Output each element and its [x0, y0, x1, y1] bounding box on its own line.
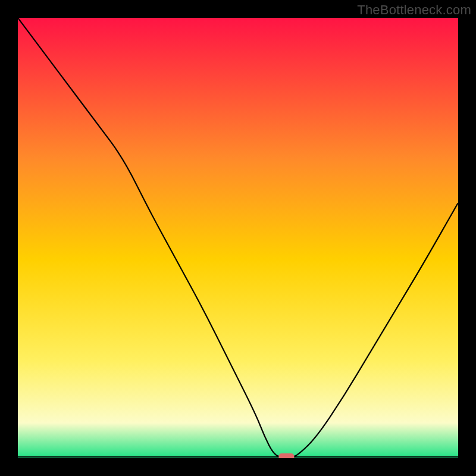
plot-area — [18, 18, 458, 458]
optimal-marker — [278, 453, 294, 458]
gradient-background — [18, 18, 458, 458]
watermark-text: TheBottleneck.com — [357, 2, 471, 18]
chart-svg — [18, 18, 458, 458]
chart-frame: TheBottleneck.com — [0, 0, 476, 476]
